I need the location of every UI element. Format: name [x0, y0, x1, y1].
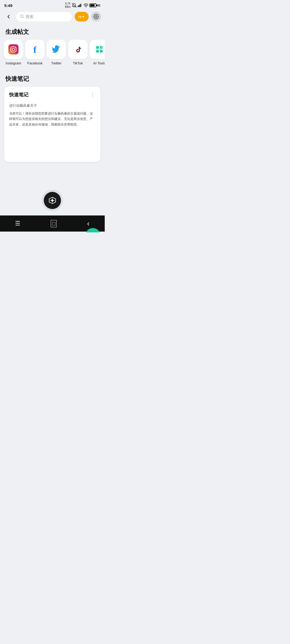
- bottom-fab-button[interactable]: [44, 192, 61, 209]
- ai-badge-button[interactable]: ∞ ✦: [75, 12, 89, 21]
- app-item-tiktok[interactable]: TikTok: [69, 40, 87, 65]
- wifi-icon: [84, 3, 88, 7]
- app-item-facebook[interactable]: f Facebook: [26, 40, 44, 65]
- svg-text:f: f: [33, 45, 37, 54]
- status-icons: 0.74KB/s 82: [65, 2, 100, 9]
- app-item-instagram[interactable]: Instagram: [4, 40, 23, 65]
- bottom-fab-icon: [48, 196, 57, 205]
- app-icon-aitools: AI: [90, 40, 105, 59]
- status-bar: 5:49 0.74KB/s 82: [0, 0, 105, 10]
- app-icon-twitter: [47, 40, 66, 59]
- svg-rect-2: [78, 5, 79, 7]
- app-label-tiktok: TikTok: [73, 61, 83, 65]
- twitter-icon: [51, 44, 61, 54]
- app-label-aitools: AI Tools: [93, 61, 105, 65]
- search-placeholder: 搜索: [26, 14, 34, 19]
- back-button[interactable]: [4, 12, 13, 21]
- settings-button[interactable]: [91, 12, 101, 21]
- nav-menu-button[interactable]: ☰: [15, 220, 20, 227]
- svg-text:AI: AI: [101, 47, 103, 49]
- svg-line-7: [23, 17, 23, 18]
- svg-point-12: [15, 47, 16, 48]
- notes-prompt: 进行动脑风暴关于: [9, 103, 96, 108]
- svg-point-24: [51, 199, 53, 202]
- app-item-aitools[interactable]: AI AI Tools: [90, 40, 105, 65]
- svg-rect-3: [79, 4, 80, 7]
- teal-fab-icon: [89, 232, 97, 232]
- app-label-twitter: Twitter: [51, 61, 61, 65]
- status-time: 5:49: [4, 3, 12, 8]
- notes-card-title: 快速笔记: [9, 92, 28, 98]
- svg-rect-20: [96, 50, 99, 53]
- svg-rect-1: [78, 6, 78, 7]
- notes-card: 快速笔记 ⋮ 进行动脑风暴关于 当然可以！请告诉我您想要进行头脑风暴的主题或问题…: [4, 87, 100, 162]
- ai-tools-icon: AI: [94, 44, 104, 54]
- battery-indicator: 82: [89, 3, 100, 7]
- app-label-instagram: Instagram: [6, 61, 21, 65]
- bottom-fab-wrap: [0, 183, 105, 215]
- bottom-fab-outer: [42, 190, 63, 211]
- nav-home-button[interactable]: □: [51, 220, 57, 227]
- generate-section-title: 生成帖文: [0, 24, 105, 40]
- facebook-icon: f: [30, 44, 40, 54]
- notes-menu-button[interactable]: ⋮: [90, 92, 96, 98]
- sparkle-icon: ✦: [82, 15, 85, 19]
- instagram-icon: [8, 44, 19, 54]
- infinity-icon: ∞: [78, 14, 82, 20]
- bell-muted-icon: [72, 3, 77, 8]
- notes-section-title: 快速笔记: [0, 69, 105, 87]
- svg-point-8: [96, 16, 97, 17]
- nav-back-button[interactable]: ‹: [87, 219, 89, 228]
- app-icon-facebook: f: [25, 40, 45, 59]
- svg-rect-17: [94, 44, 104, 54]
- svg-rect-9: [8, 44, 19, 54]
- app-label-facebook: Facebook: [27, 61, 42, 65]
- app-item-twitter[interactable]: Twitter: [47, 40, 66, 65]
- app-grid: Instagram f Facebook Twitter: [0, 40, 105, 69]
- notes-card-header: 快速笔记 ⋮: [9, 92, 96, 98]
- svg-rect-18: [96, 46, 99, 49]
- svg-point-5: [86, 7, 86, 7]
- header: 搜索 ∞ ✦: [0, 10, 105, 24]
- search-icon: [20, 14, 24, 19]
- signal-icon: [78, 3, 82, 7]
- app-icon-tiktok: [68, 40, 88, 59]
- battery-level: 82: [97, 4, 100, 7]
- tiktok-icon: [73, 44, 83, 54]
- svg-rect-4: [81, 4, 81, 7]
- svg-rect-21: [100, 50, 103, 53]
- network-speed: 0.74KB/s: [65, 2, 71, 9]
- search-bar[interactable]: 搜索: [16, 12, 72, 21]
- notes-content: 当然可以！请告诉我您想要进行头脑风暴的主题或问题，这样我可以为您提供相关的想法和…: [9, 111, 96, 127]
- svg-line-0: [72, 3, 77, 8]
- app-icon-instagram: [4, 40, 23, 59]
